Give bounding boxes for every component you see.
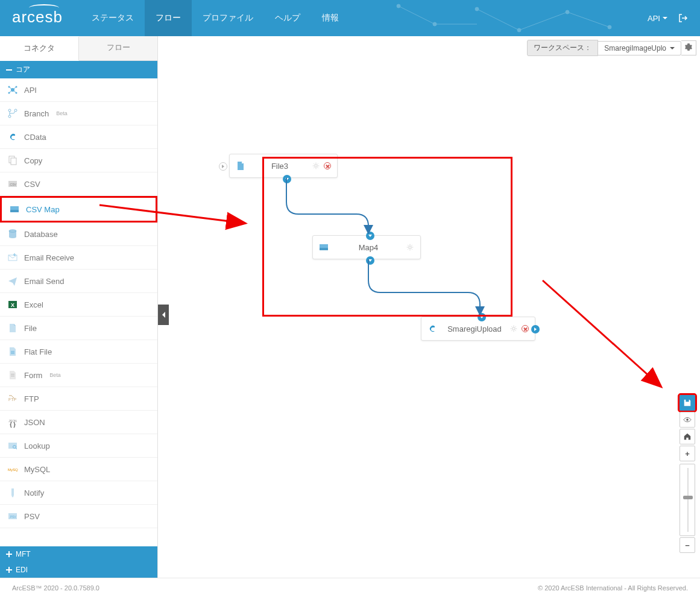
- sidebar: コネクタ フロー コア APIBranchBetaCDataCopy.CSVCS…: [0, 36, 158, 578]
- lookup-icon: [7, 440, 18, 451]
- nav-info[interactable]: 情報: [311, 0, 350, 36]
- connector-branch[interactable]: BranchBeta: [0, 102, 157, 125]
- connector-file[interactable]: File: [0, 317, 157, 340]
- category-mft-label: MFT: [16, 550, 31, 558]
- svg-text:FTP: FTP: [8, 397, 17, 402]
- connector-copy[interactable]: Copy: [0, 149, 157, 172]
- category-edi[interactable]: EDI: [0, 562, 157, 578]
- connector-csv[interactable]: .CSVCSV: [0, 172, 157, 196]
- node-map4[interactable]: Map4: [312, 235, 421, 259]
- svg-line-4: [567, 12, 610, 27]
- svg-point-6: [433, 22, 437, 26]
- footer: ArcESB™ 2020 - 20.0.7589.0 © 2020 ArcESB…: [0, 578, 700, 597]
- form-icon: [7, 370, 18, 381]
- api-icon: [7, 84, 18, 95]
- connector-label: CSV Map: [26, 205, 60, 214]
- connector-cdata[interactable]: CData: [0, 125, 157, 149]
- connector-notify[interactable]: Notify: [0, 481, 157, 505]
- save-button[interactable]: [680, 395, 695, 411]
- svg-point-5: [397, 4, 400, 8]
- connector-label: Excel: [24, 300, 43, 309]
- node-port-out[interactable]: [531, 325, 540, 333]
- connector-label: Notify: [24, 488, 44, 498]
- connector-emailrecv[interactable]: Email Receive: [0, 246, 157, 270]
- zoom-out-button[interactable]: −: [680, 537, 695, 553]
- connector-database[interactable]: Database: [0, 223, 157, 246]
- connector-label: MySQL: [24, 465, 50, 474]
- connector-list: APIBranchBetaCDataCopy.CSVCSVCSV MapData…: [0, 78, 157, 546]
- plus-icon: +: [685, 449, 690, 458]
- connector-form[interactable]: FormBeta: [0, 364, 157, 387]
- logout-icon[interactable]: [678, 13, 688, 23]
- api-dropdown[interactable]: API: [648, 14, 667, 23]
- node-port-out-bottom[interactable]: [283, 175, 291, 183]
- svg-point-48: [12, 496, 14, 498]
- connector-psv[interactable]: .PSVPSV: [0, 505, 157, 528]
- gear-icon[interactable]: [312, 162, 320, 170]
- notify-icon: [7, 487, 18, 498]
- svg-point-58: [409, 246, 411, 248]
- cdata-icon: [7, 131, 18, 142]
- delete-icon[interactable]: [522, 325, 529, 332]
- connector-csvmap[interactable]: CSV Map: [0, 196, 157, 223]
- category-mft[interactable]: MFT: [0, 546, 157, 562]
- connector-excel[interactable]: XExcel: [0, 293, 157, 317]
- delete-icon[interactable]: [324, 162, 331, 169]
- node-file3[interactable]: File3: [229, 154, 338, 178]
- node-port-in-top[interactable]: [478, 313, 486, 321]
- zoom-in-button[interactable]: +: [680, 446, 695, 461]
- workspace-select[interactable]: SmaregiImageUplo: [598, 41, 681, 55]
- node-label: SmaregiUpload: [443, 324, 506, 333]
- connector-label: API: [24, 86, 37, 95]
- tab-connectors[interactable]: コネクタ: [0, 37, 79, 61]
- workspace-settings-button[interactable]: [681, 40, 696, 55]
- sidebar-collapse-handle[interactable]: [158, 305, 169, 325]
- beta-badge: Beta: [56, 110, 68, 116]
- connector-label: JSON: [24, 418, 45, 427]
- svg-text:MySQL: MySQL: [8, 468, 18, 472]
- node-port-in[interactable]: [219, 162, 227, 171]
- flatfile-icon: [7, 346, 18, 357]
- main-nav: ステータス フロー プロファイル ヘルプ 情報: [81, 0, 350, 36]
- home-button[interactable]: [680, 429, 695, 444]
- connector-label: File: [24, 324, 37, 333]
- node-port-in-top[interactable]: [366, 232, 374, 240]
- nav-status[interactable]: ステータス: [81, 0, 145, 36]
- node-smaregiupload[interactable]: SmaregiUpload: [421, 317, 535, 341]
- collapse-icon: [6, 67, 12, 73]
- zoom-slider[interactable]: [680, 464, 695, 536]
- connector-label: Lookup: [24, 441, 50, 450]
- svg-line-0: [399, 6, 435, 24]
- nav-profile[interactable]: プロファイル: [192, 0, 264, 36]
- csvmap-icon: [319, 242, 329, 252]
- canvas-toolbar: + −: [680, 395, 695, 553]
- connector-mysql[interactable]: MySQLMySQL: [0, 458, 157, 481]
- gear-icon[interactable]: [509, 324, 518, 333]
- workspace-selected: SmaregiImageUplo: [604, 44, 666, 52]
- connector-ftp[interactable]: FTPFTP: [0, 387, 157, 411]
- copy-icon: [7, 155, 18, 166]
- connector-flatfile[interactable]: Flat File: [0, 340, 157, 364]
- connector-json[interactable]: JSON{ }JSON: [0, 411, 157, 434]
- view-button[interactable]: [680, 412, 695, 428]
- svg-point-60: [686, 419, 689, 421]
- svg-rect-11: [6, 69, 12, 71]
- svg-rect-38: [11, 374, 14, 374]
- flow-canvas[interactable]: File3 Map4 SmaregiUpload: [169, 57, 700, 578]
- gear-icon[interactable]: [406, 243, 414, 251]
- node-port-out-bottom[interactable]: [366, 256, 374, 265]
- category-core[interactable]: コア: [0, 61, 157, 78]
- connector-label: Email Send: [24, 277, 64, 286]
- api-label: API: [648, 14, 660, 23]
- svg-rect-29: [10, 210, 19, 212]
- svg-rect-36: [11, 352, 14, 353]
- connector-lookup[interactable]: Lookup: [0, 434, 157, 458]
- psv-icon: .PSV: [7, 511, 18, 522]
- connector-api[interactable]: API: [0, 78, 157, 102]
- nav-flow[interactable]: フロー: [145, 0, 192, 36]
- cdata-icon: [427, 324, 437, 333]
- tab-flows[interactable]: フロー: [79, 36, 157, 60]
- svg-point-55: [315, 165, 317, 167]
- nav-help[interactable]: ヘルプ: [264, 0, 311, 36]
- connector-emailsend[interactable]: Email Send: [0, 270, 157, 293]
